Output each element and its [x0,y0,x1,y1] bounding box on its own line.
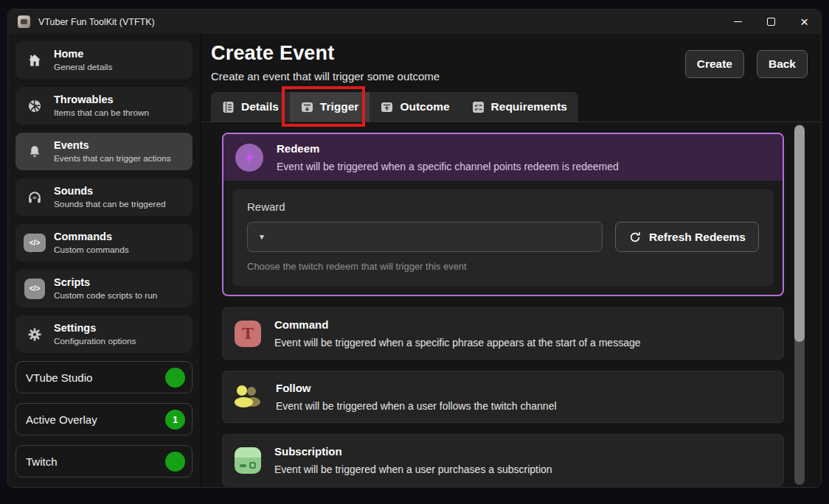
subscription-card-icon [235,447,261,474]
status-green-dot [165,452,185,472]
status-twitch[interactable]: Twitch [15,445,192,477]
redeem-title: Redeem [277,142,619,155]
sidebar-item-label: Events [54,139,171,151]
tab-trigger[interactable]: Trigger [290,92,370,122]
trigger-list: Redeem Event will be triggered when a sp… [201,122,821,488]
tab-bar: Details Trigger Outcome Requirements [211,92,578,122]
tab-requirements[interactable]: Requirements [461,92,578,122]
status-count-badge: 1 [165,410,185,430]
scrollbar-thumb[interactable] [794,125,805,342]
refresh-redeems-label: Refresh Redeems [649,231,746,244]
card-description: Event will be triggered when a user foll… [276,400,557,412]
headphones-icon [23,190,46,205]
tab-outcome[interactable]: Outcome [370,92,460,122]
gear-icon [23,327,46,342]
card-description: Event will be triggered when a specific … [274,337,641,349]
details-icon [222,101,235,113]
tab-label: Trigger [320,100,359,113]
trigger-icon [301,101,313,113]
close-button[interactable]: × [788,10,821,34]
sidebar-item-label: Sounds [54,185,166,197]
scrollbar-track[interactable] [794,125,805,485]
requirements-icon [472,101,485,113]
sidebar: Home General details Throwables Items th… [8,34,201,488]
card-description: Event will be triggered when a user purc… [274,463,552,475]
create-button[interactable]: Create [685,50,744,78]
tab-label: Details [241,100,279,113]
tab-details[interactable]: Details [211,92,290,122]
maximize-button[interactable] [755,10,788,34]
sidebar-item-label: Settings [54,322,136,334]
sidebar-item-sublabel: Sounds that can be triggered [54,199,166,209]
follow-user-icon [235,384,263,410]
minimize-button[interactable] [721,10,755,34]
page-header: Create Event Create an event that will t… [201,34,821,83]
card-title: Follow [276,382,557,394]
card-title: Subscription [274,445,552,458]
sidebar-item-throwables[interactable]: Throwables Items that can be thrown [15,87,192,125]
status-label: Active Overlay [26,413,97,426]
sidebar-item-sublabel: General details [54,62,112,72]
home-icon [23,53,46,68]
letter-t-glyph: T [242,324,254,343]
back-button[interactable]: Back [757,50,808,78]
bolt-icon [235,144,263,172]
caret-down-icon: ▼ [258,233,266,241]
app-window: VTuber Fun ToolKit (VTFTK) × Home Genera… [7,9,822,488]
code-glyph: </> [30,284,40,293]
sidebar-item-scripts[interactable]: </> Scripts Custom code scripts to run [15,270,192,307]
code-glyph: </> [30,239,40,247]
bell-icon [23,144,46,159]
window-title: VTuber Fun ToolKit (VTFTK) [38,17,155,27]
sidebar-item-sublabel: Custom code scripts to run [54,290,157,301]
sidebar-item-settings[interactable]: Settings Configuration options [15,315,192,353]
redeem-description: Event will be triggered when a specific … [277,161,619,172]
trigger-card-subscription[interactable]: Subscription Event will be triggered whe… [222,434,784,486]
reward-label: Reward [247,200,759,213]
page-title: Create Event [211,42,440,65]
app-logo-icon [18,15,30,28]
main-content: Create Event Create an event that will t… [201,34,821,488]
status-label: VTube Studio [26,371,92,384]
close-icon: × [800,15,808,29]
trigger-card-redeem[interactable]: Redeem Event will be triggered when a sp… [222,133,784,296]
reward-panel: Reward ▼ Refresh Redeems Choose the [232,189,774,286]
sidebar-item-label: Home [54,48,112,60]
tab-label: Requirements [491,100,567,113]
sidebar-item-home[interactable]: Home General details [15,41,192,79]
redeem-header: Redeem Event will be triggered when a sp… [223,134,783,181]
sidebar-item-sounds[interactable]: Sounds Sounds that can be triggered [15,178,192,216]
outcome-icon [381,101,393,113]
sidebar-item-label: Throwables [54,94,149,105]
tab-label: Outcome [400,100,449,113]
chat-code-icon: </> [23,234,46,252]
trigger-card-command[interactable]: T Command Event will be triggered when a… [222,307,784,360]
status-active-overlay[interactable]: Active Overlay 1 [15,403,192,435]
window-controls: × [721,10,821,34]
sidebar-item-sublabel: Configuration options [54,336,136,346]
reward-select[interactable]: ▼ [247,222,603,252]
sidebar-item-sublabel: Items that can be thrown [54,108,149,118]
sidebar-item-label: Scripts [54,276,157,288]
reward-helper-text: Choose the twitch redeem that will trigg… [247,261,759,272]
trigger-card-follow[interactable]: Follow Event will be triggered when a us… [222,371,784,423]
text-command-icon: T [235,321,261,347]
code-icon: </> [23,279,46,299]
ball-icon [23,99,46,113]
status-label: Twitch [26,455,58,468]
refresh-redeems-button[interactable]: Refresh Redeems [615,222,759,252]
refresh-icon [628,231,642,244]
page-subtitle: Create an event that will trigger some o… [211,70,440,83]
status-green-dot [165,368,185,388]
sidebar-item-label: Commands [54,231,129,242]
minimize-icon [734,21,742,22]
status-vtube-studio[interactable]: VTube Studio [15,361,192,393]
sidebar-item-sublabel: Events that can trigger actions [54,153,171,164]
sidebar-item-sublabel: Custom commands [54,245,129,255]
sidebar-item-commands[interactable]: </> Commands Custom commands [15,224,192,262]
sidebar-item-events[interactable]: Events Events that can trigger actions [15,133,192,170]
maximize-icon [767,18,775,26]
title-bar: VTuber Fun ToolKit (VTFTK) × [8,10,821,34]
card-title: Command [274,318,641,331]
